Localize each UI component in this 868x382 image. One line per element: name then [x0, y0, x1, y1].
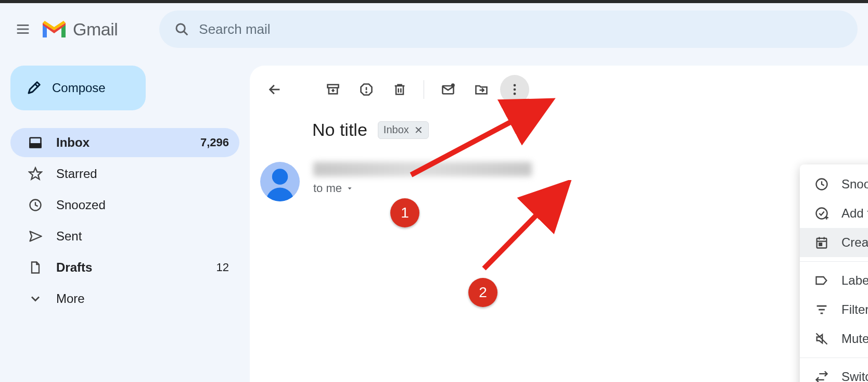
sender-avatar[interactable] — [260, 162, 300, 201]
svg-point-16 — [366, 92, 366, 93]
nav-label: Drafts — [56, 260, 203, 275]
nav-count: 12 — [216, 261, 229, 274]
menu-separator — [800, 261, 868, 262]
mail-toolbar — [250, 66, 868, 113]
label-chip[interactable]: Inbox ✕ — [378, 121, 429, 139]
nav-label: More — [56, 291, 229, 306]
menu-label: Label as — [841, 273, 868, 288]
arrow-left-icon — [267, 82, 282, 97]
menu-label: Switch to advanced toolbar — [841, 370, 868, 382]
annotation-badge-2: 2 — [468, 278, 497, 307]
menu-label: Mute — [841, 332, 868, 346]
menu-item-mute[interactable]: Mute — [800, 324, 868, 353]
svg-point-3 — [176, 24, 185, 32]
svg-point-23 — [514, 88, 516, 91]
gmail-wordmark: Gmail — [73, 19, 118, 40]
search-icon — [174, 21, 189, 37]
app-header: Gmail — [0, 3, 868, 55]
svg-rect-39 — [819, 243, 822, 246]
menu-item-filter[interactable]: Filter messages like these — [800, 295, 868, 324]
sidebar-item-inbox[interactable]: Inbox 7,296 — [10, 128, 239, 157]
menu-item-add-to-tasks[interactable]: Add to Tasks — [800, 199, 868, 228]
send-icon — [28, 229, 43, 244]
main-menu-button[interactable] — [10, 17, 35, 42]
pencil-icon — [26, 80, 42, 96]
menu-label: Add to Tasks — [841, 206, 868, 221]
main-panel: No title Inbox ✕ to me — [250, 66, 868, 382]
move-to-button[interactable] — [467, 75, 496, 104]
archive-icon — [326, 82, 340, 97]
chip-label: Inbox — [384, 124, 409, 136]
more-button[interactable] — [500, 75, 529, 104]
mail-unread-icon — [441, 82, 455, 97]
clock-icon — [814, 177, 829, 192]
clock-icon — [28, 198, 43, 212]
chevron-down-icon — [28, 291, 43, 306]
file-icon — [28, 260, 43, 275]
sidebar-item-sent[interactable]: Sent — [10, 222, 239, 251]
subject-row: No title Inbox ✕ — [250, 113, 868, 146]
task-add-icon — [814, 206, 829, 221]
sidebar-item-more[interactable]: More — [10, 284, 239, 313]
svg-marker-8 — [29, 168, 41, 179]
nav-label: Inbox — [56, 135, 187, 150]
nav-label: Snoozed — [56, 198, 229, 212]
more-vert-icon — [507, 82, 522, 97]
compose-button[interactable]: Compose — [10, 66, 146, 110]
menu-item-create-event[interactable]: Create event — [800, 228, 868, 257]
toolbar-separator — [424, 80, 424, 99]
spam-icon — [359, 82, 374, 97]
delete-button[interactable] — [385, 75, 414, 104]
svg-point-24 — [514, 93, 516, 95]
nav-label: Starred — [56, 167, 229, 181]
star-icon — [28, 167, 43, 181]
swap-icon — [814, 370, 829, 382]
search-input[interactable] — [199, 21, 843, 37]
sidebar-item-drafts[interactable]: Drafts 12 — [10, 253, 239, 282]
sidebar: Compose Inbox 7,296 Starred Snoozed Sent — [0, 55, 250, 382]
menu-label: Create event — [841, 235, 868, 250]
gmail-m-icon — [41, 19, 68, 40]
back-button[interactable] — [260, 75, 289, 104]
calendar-event-icon — [814, 235, 829, 250]
nav-label: Sent — [56, 229, 229, 244]
report-spam-button[interactable] — [352, 75, 381, 104]
search-bar[interactable] — [159, 10, 858, 48]
gmail-logo[interactable]: Gmail — [41, 19, 118, 40]
compose-label: Compose — [52, 81, 106, 95]
menu-item-snooze[interactable]: Snooze — [800, 170, 868, 199]
message-header: to me — [250, 146, 868, 201]
sender-redacted — [313, 162, 532, 176]
svg-point-20 — [451, 83, 455, 87]
chip-remove-icon[interactable]: ✕ — [414, 124, 423, 136]
menu-item-switch-toolbar[interactable]: Switch to advanced toolbar — [800, 362, 868, 382]
more-dropdown: Snooze Add to Tasks Create event Label a… — [800, 164, 868, 382]
svg-line-4 — [184, 31, 188, 35]
svg-rect-7 — [30, 144, 41, 147]
svg-marker-10 — [30, 232, 42, 241]
folder-move-icon — [474, 82, 489, 97]
svg-line-5 — [35, 84, 38, 87]
nav-count: 7,296 — [200, 136, 229, 149]
label-icon — [814, 273, 829, 288]
mark-unread-button[interactable] — [433, 75, 463, 104]
menu-item-label-as[interactable]: Label as ▶ — [800, 266, 868, 295]
menu-label: Filter messages like these — [841, 302, 868, 317]
to-text: to me — [313, 182, 342, 195]
email-subject: No title — [312, 120, 367, 140]
inbox-icon — [28, 135, 43, 150]
sidebar-item-snoozed[interactable]: Snoozed — [10, 190, 239, 220]
svg-point-22 — [514, 84, 516, 87]
sidebar-item-starred[interactable]: Starred — [10, 159, 239, 188]
svg-rect-12 — [328, 85, 339, 88]
svg-point-25 — [272, 169, 288, 184]
archive-button[interactable] — [318, 75, 348, 104]
svg-marker-26 — [348, 187, 352, 189]
menu-separator — [800, 358, 868, 358]
trash-icon — [392, 82, 407, 97]
annotation-badge-1: 1 — [390, 198, 419, 227]
avatar-icon — [260, 162, 300, 201]
dropdown-caret-icon — [346, 185, 353, 192]
filter-icon — [814, 302, 829, 317]
recipient-line[interactable]: to me — [313, 182, 806, 195]
